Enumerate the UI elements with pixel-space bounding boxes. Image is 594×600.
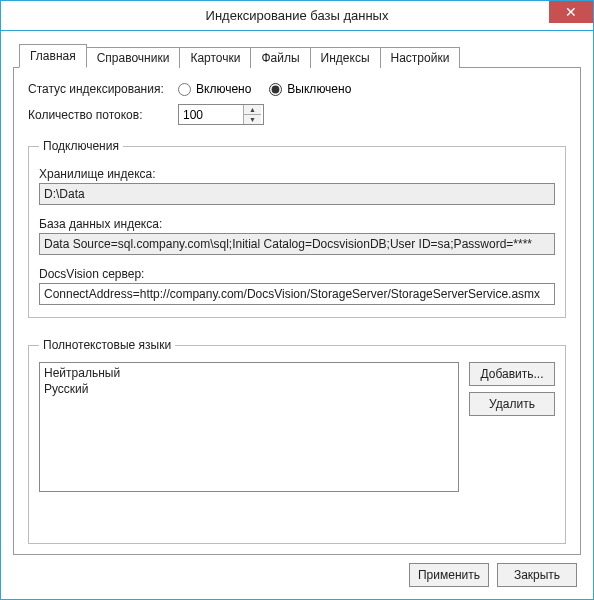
apply-button[interactable]: Применить <box>409 563 489 587</box>
threads-input[interactable] <box>179 105 243 124</box>
window-title: Индексирование базы данных <box>1 8 593 23</box>
languages-listbox[interactable]: Нейтральный Русский <box>39 362 459 492</box>
status-disabled-option[interactable]: Выключено <box>269 82 351 96</box>
status-disabled-radio[interactable] <box>269 83 282 96</box>
db-label: База данных индекса: <box>39 217 555 231</box>
languages-buttons: Добавить... Удалить <box>469 362 555 492</box>
server-input[interactable] <box>39 283 555 305</box>
dialog-window: Индексирование базы данных ✕ Главная Спр… <box>0 0 594 600</box>
db-input[interactable] <box>39 233 555 255</box>
tab-settings[interactable]: Настройки <box>380 47 461 68</box>
close-button[interactable]: ✕ <box>549 1 593 23</box>
status-disabled-label: Выключено <box>287 82 351 96</box>
storage-label: Хранилище индекса: <box>39 167 555 181</box>
title-bar: Индексирование базы данных ✕ <box>1 1 593 31</box>
close-dialog-button[interactable]: Закрыть <box>497 563 577 587</box>
languages-group: Полнотекстовые языки Нейтральный Русский… <box>28 338 566 544</box>
row-status: Статус индексирования: Включено Выключен… <box>28 82 566 96</box>
tab-files[interactable]: Файлы <box>250 47 310 68</box>
threads-spinner[interactable]: ▲ ▼ <box>178 104 264 125</box>
tab-cards[interactable]: Карточки <box>179 47 251 68</box>
connections-legend: Подключения <box>39 139 123 153</box>
tab-strip: Главная Справочники Карточки Файлы Индек… <box>19 43 581 67</box>
add-language-button[interactable]: Добавить... <box>469 362 555 386</box>
threads-arrows: ▲ ▼ <box>243 105 261 124</box>
server-label: DocsVision сервер: <box>39 267 555 281</box>
row-threads: Количество потоков: ▲ ▼ <box>28 104 566 125</box>
list-item[interactable]: Нейтральный <box>44 365 454 381</box>
status-radios: Включено Выключено <box>178 82 351 96</box>
languages-body: Нейтральный Русский Добавить... Удалить <box>39 362 555 492</box>
tab-directories[interactable]: Справочники <box>86 47 181 68</box>
remove-language-button[interactable]: Удалить <box>469 392 555 416</box>
status-enabled-label: Включено <box>196 82 251 96</box>
list-item[interactable]: Русский <box>44 381 454 397</box>
storage-input[interactable] <box>39 183 555 205</box>
threads-up-icon[interactable]: ▲ <box>244 105 261 115</box>
close-icon: ✕ <box>565 5 577 19</box>
status-enabled-radio[interactable] <box>178 83 191 96</box>
client-area: Главная Справочники Карточки Файлы Индек… <box>1 31 593 599</box>
languages-legend: Полнотекстовые языки <box>39 338 175 352</box>
threads-label: Количество потоков: <box>28 108 178 122</box>
bottom-bar: Применить Закрыть <box>13 555 581 591</box>
connections-group: Подключения Хранилище индекса: База данн… <box>28 139 566 318</box>
threads-down-icon[interactable]: ▼ <box>244 115 261 124</box>
tab-page-main: Статус индексирования: Включено Выключен… <box>13 67 581 555</box>
tab-main[interactable]: Главная <box>19 44 87 68</box>
status-label: Статус индексирования: <box>28 82 178 96</box>
status-enabled-option[interactable]: Включено <box>178 82 251 96</box>
tab-indexes[interactable]: Индексы <box>310 47 381 68</box>
